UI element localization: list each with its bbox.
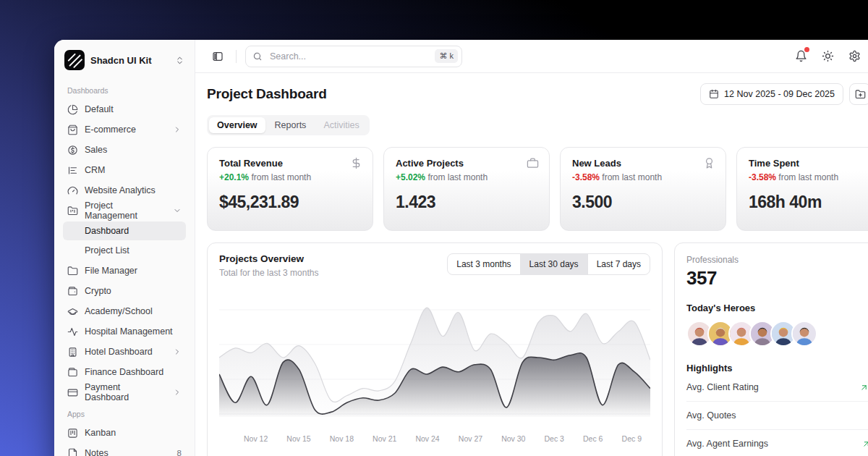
badge-dollar-icon bbox=[67, 145, 78, 156]
sidebar-item-crypto[interactable]: Crypto bbox=[63, 281, 186, 301]
tab-reports[interactable]: Reports bbox=[267, 117, 315, 133]
sidebar-item-default[interactable]: Default bbox=[63, 99, 186, 119]
sidebar-item-academy-school[interactable]: Academy/School bbox=[63, 301, 186, 321]
graduation-cap-icon bbox=[67, 306, 78, 317]
credit-card-icon bbox=[67, 387, 78, 398]
highlight-value: 7. bbox=[859, 382, 868, 392]
highlight-label: Avg. Client Rating bbox=[686, 382, 759, 392]
sidebar-item-sales[interactable]: Sales bbox=[63, 140, 186, 160]
sidebar-item-label: Crypto bbox=[85, 286, 111, 296]
sidebar-item-label: Hospital Management bbox=[85, 326, 173, 337]
stat-card-total-revenue: Total Revenue+20.1% from last month$45,2… bbox=[207, 147, 373, 231]
sidebar-item-e-commerce[interactable]: E-commerce bbox=[63, 119, 186, 140]
sidebar-item-file-manager[interactable]: File Manager bbox=[63, 261, 186, 281]
sidebar-item-label: File Manager bbox=[85, 266, 137, 276]
notification-dot bbox=[804, 47, 809, 52]
sidebar-item-crm[interactable]: CRM bbox=[63, 160, 186, 180]
stat-delta-value: -3.58% bbox=[749, 172, 776, 182]
x-tick-label: Nov 30 bbox=[501, 434, 525, 443]
sidebar-section-label: Apps bbox=[67, 410, 182, 418]
projects-overview-card: Projects Overview Total for the last 3 m… bbox=[207, 242, 663, 456]
chart-title: Projects Overview bbox=[219, 253, 318, 264]
sidebar-item-notes[interactable]: Notes8 bbox=[63, 443, 186, 456]
x-tick-label: Nov 15 bbox=[286, 434, 310, 443]
stat-delta-value: +20.1% bbox=[219, 172, 249, 182]
sidebar-item-hospital-management[interactable]: Hospital Management bbox=[63, 321, 186, 342]
hero-avatar-6[interactable] bbox=[791, 321, 817, 347]
stat-card-title: Total Revenue bbox=[219, 158, 361, 169]
search-input[interactable] bbox=[268, 51, 429, 62]
app-window: Shadcn UI Kit DashboardsDefaultE-commerc… bbox=[54, 40, 868, 456]
divider bbox=[236, 50, 237, 63]
sidebar-section-label: Dashboards bbox=[67, 86, 182, 95]
x-tick-label: Nov 21 bbox=[373, 434, 396, 443]
sidebar: Shadcn UI Kit DashboardsDefaultE-commerc… bbox=[54, 40, 195, 456]
x-tick-label: Nov 12 bbox=[244, 434, 268, 443]
arrow-up-right-icon bbox=[859, 383, 868, 392]
highlight-row-avg-agent-earnings: Avg. Agent Earnings$ bbox=[686, 430, 868, 456]
sidebar-item-kanban[interactable]: Kanban bbox=[63, 423, 186, 443]
highlight-row-avg-quotes: Avg. Quotes bbox=[686, 402, 868, 430]
range-button-last-3-months[interactable]: Last 3 months bbox=[448, 254, 519, 274]
sun-button[interactable] bbox=[822, 50, 834, 62]
professionals-card: Professionals 357 Today's Heroes bbox=[674, 242, 868, 456]
todays-heroes-label: Today's Heroes bbox=[686, 303, 868, 313]
chevron-right-icon bbox=[173, 125, 182, 134]
sidebar-item-label: Default bbox=[85, 104, 114, 114]
stat-card-title: Active Projects bbox=[396, 158, 537, 169]
sidebar-item-payment-dashboard[interactable]: Payment Dashboard bbox=[63, 382, 186, 402]
range-button-last-7-days[interactable]: Last 7 days bbox=[587, 254, 650, 274]
sidebar-item-hotel-dashboard[interactable]: Hotel Dashboard bbox=[63, 342, 186, 362]
folder-kanban-icon bbox=[67, 206, 78, 216]
stat-card-value: $45,231.89 bbox=[219, 193, 361, 212]
activity-icon bbox=[67, 326, 78, 337]
x-tick-label: Nov 24 bbox=[415, 434, 439, 443]
range-button-last-30-days[interactable]: Last 30 days bbox=[520, 254, 587, 274]
stat-card-delta: -3.58% from last month bbox=[572, 172, 714, 182]
sidebar-toggle-button[interactable] bbox=[208, 47, 227, 66]
sidebar-item-finance-dashboard[interactable]: Finance Dashboard bbox=[63, 362, 186, 382]
chart-x-axis-labels: Nov 12Nov 15Nov 18Nov 21Nov 24Nov 27Nov … bbox=[219, 434, 650, 443]
chevron-right-icon bbox=[173, 388, 182, 397]
dollar-sign-icon bbox=[350, 157, 362, 169]
wallet-minimal-icon bbox=[67, 286, 78, 297]
area-chart-svg bbox=[219, 288, 650, 426]
stat-card-active-projects: Active Projects+5.02% from last month1.4… bbox=[383, 147, 550, 231]
gear-button[interactable] bbox=[848, 50, 861, 62]
date-range-button[interactable]: 12 Nov 2025 - 09 Dec 2025 bbox=[700, 83, 843, 105]
chevron-down-icon bbox=[173, 206, 182, 215]
bell-button[interactable] bbox=[795, 50, 807, 62]
sidebar-item-project-management[interactable]: Project Management bbox=[63, 200, 186, 221]
export-button[interactable] bbox=[849, 83, 868, 105]
panel-left-icon bbox=[212, 51, 224, 62]
chevrons-up-down-icon bbox=[175, 56, 184, 65]
stat-cards: Total Revenue+20.1% from last month$45,2… bbox=[207, 147, 868, 231]
workspace-switcher[interactable]: Shadcn UI Kit bbox=[63, 48, 186, 79]
x-tick-label: Nov 18 bbox=[330, 434, 354, 443]
stat-card-delta: -3.58% from last month bbox=[749, 172, 868, 182]
stat-card-delta: +20.1% from last month bbox=[219, 172, 361, 182]
sidebar-item-label: Kanban bbox=[85, 428, 116, 438]
page-title: Project Dashboard bbox=[207, 86, 327, 102]
sidebar-item-label: Payment Dashboard bbox=[85, 382, 166, 402]
sidebar-subitem-project-list[interactable]: Project List bbox=[63, 241, 186, 260]
sidebar-item-website-analytics[interactable]: Website Analytics bbox=[63, 180, 186, 200]
search-box[interactable]: ⌘ k bbox=[245, 46, 462, 67]
topbar: ⌘ k bbox=[195, 40, 868, 73]
sidebar-subitem-dashboard[interactable]: Dashboard bbox=[63, 221, 186, 240]
stat-delta-value: +5.02% bbox=[396, 172, 425, 182]
folder-plus-icon bbox=[855, 89, 866, 100]
tab-overview[interactable]: Overview bbox=[209, 117, 265, 133]
stat-card-delta: +5.02% from last month bbox=[396, 172, 537, 182]
highlights-title: Highlights bbox=[686, 363, 868, 373]
award-icon bbox=[703, 157, 715, 169]
sidebar-item-label: Website Analytics bbox=[85, 185, 156, 195]
sidebar-item-badge: 8 bbox=[177, 449, 182, 456]
area-chart bbox=[219, 288, 650, 428]
stat-card-time-spent: Time Spent-3.58% from last month168h 40m bbox=[736, 147, 868, 231]
professionals-label: Professionals bbox=[686, 255, 868, 265]
tab-activities[interactable]: Activities bbox=[315, 117, 367, 133]
briefcase-icon bbox=[527, 157, 539, 169]
professionals-count: 357 bbox=[686, 267, 868, 290]
sidebar-item-label: Academy/School bbox=[85, 306, 153, 316]
